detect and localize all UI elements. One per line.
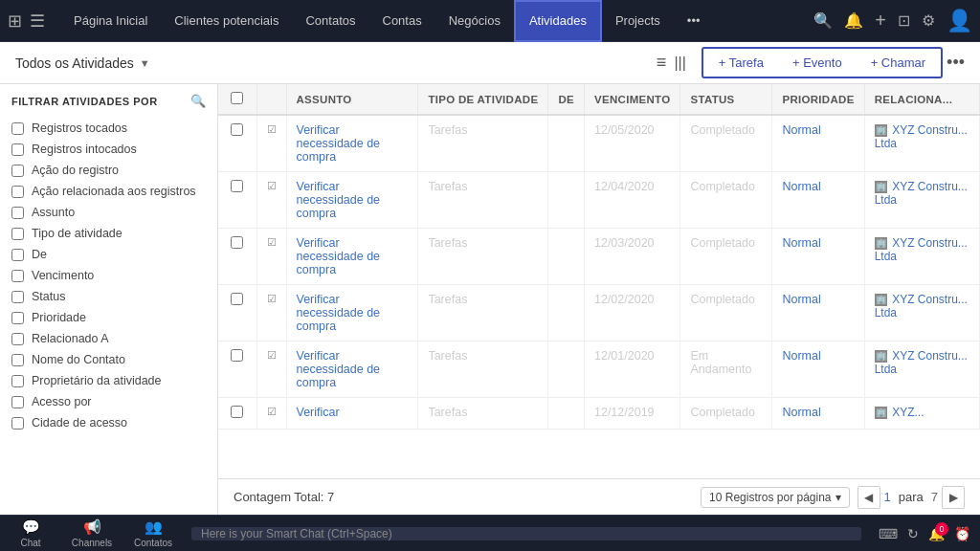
row-from-cell	[548, 398, 585, 430]
nav-item-pagina-inicial[interactable]: Página Inicial	[60, 0, 161, 42]
header-status[interactable]: STATUS	[680, 84, 772, 115]
screen-icon[interactable]: ⊡	[898, 11, 910, 30]
company-link-5[interactable]: XYZ...	[892, 406, 924, 419]
smart-chat-input[interactable]: Here is your Smart Chat (Ctrl+Space)	[191, 527, 861, 540]
row-checkbox-1[interactable]	[231, 180, 243, 192]
keyboard-icon[interactable]: ⌨	[879, 526, 898, 541]
filter-checkbox-1[interactable]	[11, 143, 24, 156]
subject-link-2[interactable]: Verificar necessidade de compra	[297, 236, 409, 276]
filter-item-12[interactable]: Proprietário da atividade	[11, 370, 206, 391]
filter-checkbox-7[interactable]	[11, 270, 24, 282]
row-checkbox-cell[interactable]	[218, 115, 256, 172]
filter-checkbox-4[interactable]	[11, 207, 24, 219]
prev-page-button[interactable]: ◀	[858, 486, 880, 509]
row-checkbox-5[interactable]	[231, 406, 243, 418]
filter-item-4[interactable]: Assunto	[11, 202, 206, 223]
row-from-cell	[548, 229, 585, 285]
header-tipo[interactable]: TIPO DE ATIVIDADE	[418, 84, 548, 115]
avatar[interactable]: 👤	[947, 9, 972, 33]
nav-item-contatos[interactable]: Contatos	[292, 0, 368, 42]
bottom-contacts[interactable]: 👥 Contatos	[122, 515, 184, 551]
row-checkbox-0[interactable]	[231, 123, 243, 136]
per-page-select[interactable]: 10 Registros por página ▾	[701, 487, 849, 508]
row-checkbox-cell[interactable]	[218, 342, 256, 398]
column-view-icon[interactable]: |||	[674, 55, 685, 72]
search-icon[interactable]: 🔍	[813, 11, 833, 30]
filter-checkbox-2[interactable]	[11, 165, 24, 177]
company-link-3[interactable]: XYZ Constru... Ltda	[875, 293, 968, 320]
header-assunto[interactable]: ASSUNTO	[286, 84, 418, 115]
filter-checkbox-0[interactable]	[11, 122, 24, 135]
subject-link-4[interactable]: Verificar necessidade de compra	[297, 349, 409, 389]
row-checkbox-2[interactable]	[231, 236, 243, 249]
filter-checkbox-5[interactable]	[11, 228, 24, 240]
subject-link-1[interactable]: Verificar necessidade de compra	[297, 180, 409, 220]
filter-item-11[interactable]: Nome do Contato	[11, 349, 206, 370]
filter-checkbox-11[interactable]	[11, 354, 24, 366]
filter-item-5[interactable]: Tipo de atividade	[11, 223, 206, 244]
header-vencimento[interactable]: VENCIMENTO	[584, 84, 679, 115]
settings-icon[interactable]: ⚙	[922, 11, 935, 30]
filter-checkbox-8[interactable]	[11, 291, 24, 303]
nav-item-contas[interactable]: Contas	[369, 0, 435, 42]
subject-link-0[interactable]: Verificar necessidade de compra	[297, 123, 409, 164]
filter-item-3[interactable]: Ação relacionada aos registros	[11, 181, 206, 202]
hamburger-icon[interactable]: ☰	[30, 11, 45, 32]
filter-item-13[interactable]: Acesso por	[11, 391, 206, 412]
company-link-0[interactable]: XYZ Constru... Ltda	[875, 123, 968, 150]
list-view-icon[interactable]: ≡	[657, 53, 667, 73]
filter-checkbox-9[interactable]	[11, 312, 24, 324]
filter-checkbox-3[interactable]	[11, 186, 24, 198]
filter-item-10[interactable]: Relacionado A	[11, 328, 206, 349]
row-checkbox-cell[interactable]	[218, 398, 256, 430]
filter-checkbox-6[interactable]	[11, 249, 24, 261]
filter-checkbox-10[interactable]	[11, 333, 24, 345]
bell-icon[interactable]: 🔔	[844, 11, 863, 30]
add-chamar-button[interactable]: + Chamar	[859, 51, 937, 75]
plus-icon[interactable]: +	[875, 10, 886, 32]
add-evento-button[interactable]: + Evento	[781, 51, 854, 75]
filter-item-2[interactable]: Ação do registro	[11, 160, 206, 181]
subject-link-3[interactable]: Verificar necessidade de compra	[297, 293, 409, 333]
company-link-1[interactable]: XYZ Constru... Ltda	[875, 180, 968, 207]
header-de[interactable]: DE	[548, 84, 585, 115]
filter-item-8[interactable]: Status	[11, 286, 206, 307]
header-select-all[interactable]	[218, 84, 256, 115]
nav-item-negocios[interactable]: Negócios	[435, 0, 514, 42]
select-all-checkbox[interactable]	[231, 92, 243, 104]
filter-item-6[interactable]: De	[11, 244, 206, 265]
filter-checkbox-12[interactable]	[11, 375, 24, 387]
filter-item-0[interactable]: Registros tocados	[11, 118, 206, 139]
grid-icon[interactable]: ⊞	[8, 11, 22, 32]
nav-item-projects[interactable]: Projects	[602, 0, 674, 42]
header-prioridade[interactable]: PRIORIDADE	[772, 84, 864, 115]
row-checkbox-4[interactable]	[231, 349, 243, 362]
filter-checkbox-13[interactable]	[11, 396, 24, 408]
bottom-chat[interactable]: 💬 Chat	[0, 515, 61, 551]
add-tarefa-button[interactable]: + Tarefa	[707, 51, 775, 75]
filter-item-14[interactable]: Cidade de acesso	[11, 412, 206, 433]
nav-item-more[interactable]: •••	[674, 0, 714, 42]
company-link-2[interactable]: XYZ Constru... Ltda	[875, 236, 968, 263]
bottom-channels[interactable]: 📢 Channels	[61, 515, 122, 551]
nav-item-atividades[interactable]: Atividades	[514, 0, 602, 42]
filter-item-1[interactable]: Registros intocados	[11, 139, 206, 160]
next-page-button[interactable]: ▶	[942, 486, 965, 509]
filter-checkbox-14[interactable]	[11, 417, 24, 430]
row-checkbox-cell[interactable]	[218, 285, 256, 342]
row-checkbox-3[interactable]	[231, 293, 243, 305]
filter-search-icon[interactable]: 🔍	[190, 94, 207, 108]
title-dropdown-arrow[interactable]: ▼	[140, 57, 150, 69]
refresh-icon[interactable]: ↻	[907, 526, 919, 541]
company-link-4[interactable]: XYZ Constru... Ltda	[875, 349, 968, 376]
filter-item-9[interactable]: Prioridade	[11, 307, 206, 328]
nav-item-clientes[interactable]: Clientes potenciais	[161, 0, 292, 42]
filter-item-7[interactable]: Vencimento	[11, 265, 206, 286]
more-options-button[interactable]: •••	[947, 53, 965, 73]
clock-icon[interactable]: ⏰	[954, 526, 970, 541]
row-checkbox-cell[interactable]	[218, 229, 256, 285]
subject-link-5[interactable]: Verificar	[297, 406, 409, 419]
row-checkbox-cell[interactable]	[218, 172, 256, 229]
bell-notification[interactable]: 🔔 0	[928, 526, 945, 541]
header-relacionado[interactable]: RELACIONA...	[864, 84, 979, 115]
